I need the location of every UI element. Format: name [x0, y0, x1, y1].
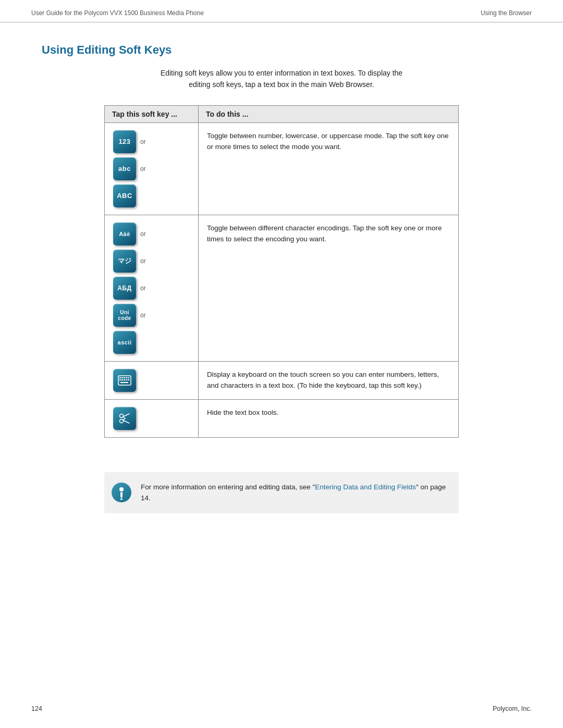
- table-row: Hide the text box tools.: [105, 399, 459, 437]
- desc-cell-mode: Toggle between number, lowercase, or upp…: [199, 122, 459, 215]
- soft-key-keyboard[interactable]: [113, 369, 136, 392]
- key-row-aae: Aäë or: [113, 223, 190, 245]
- svg-point-13: [120, 419, 124, 423]
- or-label: or: [140, 285, 146, 292]
- key-row-ABC: ABC: [113, 184, 190, 207]
- company-name: Polycom, Inc.: [493, 705, 532, 712]
- svg-rect-19: [120, 492, 123, 498]
- svg-line-16: [123, 416, 125, 418]
- note-box: For more information on entering and edi…: [104, 472, 459, 513]
- page-header: User Guide for the Polycom VVX 1500 Busi…: [0, 0, 563, 22]
- key-row-cyrillic: АБД or: [113, 277, 190, 300]
- page-content: Using Editing Soft Keys Editing soft key…: [0, 22, 563, 545]
- key-row-123: 123 or: [113, 130, 190, 153]
- key-cell-encoding: Aäë or マジ or АБД or Unicode: [105, 215, 199, 361]
- soft-key-cyrillic[interactable]: АБД: [113, 277, 136, 300]
- key-row-hide-tools: [113, 407, 190, 430]
- svg-point-12: [120, 414, 124, 417]
- or-label: or: [140, 312, 146, 319]
- section-title: Using Editing Soft Keys: [42, 43, 521, 57]
- or-label: or: [140, 165, 146, 172]
- key-group-encoding: Aäë or マジ or АБД or Unicode: [113, 223, 190, 354]
- table-header-row: Tap this soft key ... To do this ...: [105, 105, 459, 122]
- soft-key-ascii[interactable]: ascii: [113, 331, 136, 354]
- svg-rect-2: [121, 377, 123, 378]
- soft-key-ABC[interactable]: ABC: [113, 184, 136, 207]
- svg-rect-3: [124, 377, 125, 378]
- key-cell-keyboard: [105, 361, 199, 399]
- note-text-before: For more information on entering and edi…: [141, 483, 315, 491]
- page-footer: 124 Polycom, Inc.: [0, 705, 563, 712]
- svg-line-14: [123, 414, 129, 417]
- svg-rect-8: [124, 379, 125, 380]
- table-row: 123 or abc or ABC Toggle between number,: [105, 122, 459, 215]
- table-row: Display a keyboard on the touch screen s…: [105, 361, 459, 399]
- soft-key-unicode[interactable]: Unicode: [113, 304, 136, 327]
- intro-line1: Editing soft keys allow you to enter inf…: [161, 69, 402, 77]
- soft-key-hide-tools[interactable]: [113, 407, 136, 430]
- key-cell-mode: 123 or abc or ABC: [105, 122, 199, 215]
- desc-cell-encoding: Toggle between different character encod…: [199, 215, 459, 361]
- svg-line-15: [123, 420, 129, 423]
- svg-point-18: [119, 487, 124, 491]
- col-header-action: To do this ...: [199, 105, 459, 122]
- svg-marker-20: [119, 498, 124, 500]
- svg-rect-4: [126, 377, 127, 378]
- key-group-keyboard: [113, 369, 190, 392]
- soft-key-aae[interactable]: Aäë: [113, 223, 136, 245]
- key-group-hide-tools: [113, 407, 190, 430]
- page-number: 124: [31, 705, 42, 712]
- soft-key-abc[interactable]: abc: [113, 157, 136, 180]
- key-row-abc: abc or: [113, 157, 190, 180]
- col-header-key: Tap this soft key ...: [105, 105, 199, 122]
- header-left: User Guide for the Polycom VVX 1500 Busi…: [31, 9, 204, 17]
- svg-rect-10: [128, 379, 129, 380]
- desc-cell-hide-tools: Hide the text box tools.: [199, 399, 459, 437]
- svg-rect-1: [119, 377, 121, 378]
- header-right: Using the Browser: [481, 9, 532, 17]
- svg-rect-5: [128, 377, 129, 378]
- key-row-katakana: マジ or: [113, 250, 190, 273]
- soft-keys-table: Tap this soft key ... To do this ... 123…: [104, 105, 459, 438]
- or-label: or: [140, 257, 146, 265]
- svg-rect-7: [121, 379, 123, 380]
- note-link[interactable]: Entering Data and Editing Fields: [315, 483, 416, 491]
- key-row-keyboard: [113, 369, 190, 392]
- note-icon: [112, 483, 131, 502]
- svg-rect-9: [126, 379, 127, 380]
- svg-rect-11: [120, 382, 128, 383]
- soft-key-katakana[interactable]: マジ: [113, 250, 136, 273]
- or-label: or: [140, 138, 146, 145]
- desc-cell-keyboard: Display a keyboard on the touch screen s…: [199, 361, 459, 399]
- key-row-ascii: ascii: [113, 331, 190, 354]
- key-cell-hide-tools: [105, 399, 199, 437]
- intro-paragraph: Editing soft keys allow you to enter inf…: [42, 67, 521, 91]
- intro-line2: editing soft keys, tap a text box in the…: [189, 80, 374, 89]
- svg-rect-6: [119, 379, 121, 380]
- key-group-mode: 123 or abc or ABC: [113, 130, 190, 207]
- table-row: Aäë or マジ or АБД or Unicode: [105, 215, 459, 361]
- or-label: or: [140, 230, 146, 238]
- key-row-unicode: Unicode or: [113, 304, 190, 327]
- soft-key-123[interactable]: 123: [113, 130, 136, 153]
- svg-line-17: [123, 418, 125, 421]
